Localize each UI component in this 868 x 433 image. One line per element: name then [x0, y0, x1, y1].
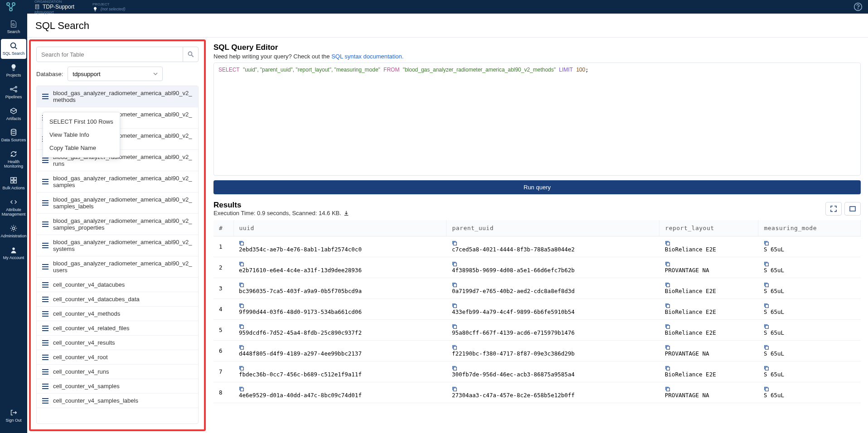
table-row: 2e2b71610-e6e4-4c4e-a31f-13d9dee289364f3…	[213, 257, 861, 278]
list-icon	[42, 383, 48, 390]
context-menu-item[interactable]: View Table Info	[43, 128, 120, 141]
copy-icon[interactable]	[452, 386, 457, 392]
table-row[interactable]: cell_counter_v4_datacubes_data	[37, 292, 198, 307]
copy-icon[interactable]	[452, 324, 457, 329]
expand-button[interactable]	[825, 202, 842, 216]
copy-icon[interactable]	[452, 303, 457, 308]
copy-icon[interactable]	[665, 303, 670, 308]
copy-icon[interactable]	[665, 241, 670, 246]
table-row[interactable]: cell_counter_v4_related_files	[37, 321, 198, 336]
sidebar-item-search[interactable]: Search	[1, 17, 26, 37]
copy-icon[interactable]	[665, 345, 670, 350]
copy-icon[interactable]	[452, 366, 457, 371]
svg-rect-53	[453, 388, 456, 391]
sidebar-item-data-sources[interactable]: Data Sources	[1, 125, 26, 145]
copy-icon[interactable]	[764, 345, 769, 350]
user-icon	[10, 246, 18, 254]
copy-icon[interactable]	[665, 324, 670, 329]
sidebar-item-signout[interactable]: Sign Out	[1, 406, 26, 426]
context-menu-item[interactable]: Copy Table Name	[43, 141, 120, 154]
table-row[interactable]: cell_counter_v4_root	[37, 350, 198, 365]
list-icon	[42, 93, 48, 100]
copy-icon[interactable]	[764, 303, 769, 308]
table-row[interactable]: blood_gas_analyzer_radiometer_america_ab…	[37, 171, 198, 192]
editor-title: SQL Query Editor	[213, 43, 861, 52]
copy-icon[interactable]	[239, 345, 244, 350]
search-button[interactable]	[183, 47, 198, 62]
copy-icon[interactable]	[452, 282, 457, 288]
fullscreen-button[interactable]	[844, 202, 861, 216]
fullscreen-icon	[849, 205, 856, 212]
help-link[interactable]: SQL syntax documentation.	[331, 53, 403, 60]
list-icon	[42, 242, 48, 249]
copy-icon[interactable]	[665, 282, 670, 288]
table-search-input[interactable]	[37, 47, 183, 62]
table-name: blood_gas_analyzer_radiometer_america_ab…	[53, 217, 193, 231]
svg-rect-39	[765, 304, 768, 308]
database-select[interactable]: tdpsupport	[68, 67, 163, 81]
page-title: SQL Search	[27, 14, 868, 38]
column-header: parent_uuid	[446, 220, 659, 236]
copy-icon[interactable]	[764, 261, 769, 267]
sidebar-item-admin[interactable]: Administration	[1, 221, 26, 241]
sidebar-item-bulk[interactable]: Bulk Actions	[1, 173, 26, 193]
copy-icon[interactable]	[239, 241, 244, 246]
svg-rect-43	[765, 325, 768, 328]
copy-icon[interactable]	[665, 261, 670, 267]
org-selector[interactable]: ORGANIZATION TDP-Support tdpsupport	[34, 0, 74, 14]
copy-icon[interactable]	[764, 386, 769, 392]
sidebar-item-sql-search[interactable]: SQL Search	[1, 39, 26, 59]
svg-rect-55	[765, 388, 768, 391]
table-row[interactable]: cell_counter_v4_methods	[37, 307, 198, 321]
context-menu-item[interactable]: SELECT First 100 Rows	[43, 115, 120, 128]
copy-icon[interactable]	[239, 282, 244, 288]
copy-icon[interactable]	[239, 303, 244, 308]
sidebar-item-account[interactable]: My Account	[1, 243, 26, 263]
table-row[interactable]: cell_counter_v4_results	[37, 336, 198, 350]
gear-icon	[10, 224, 18, 232]
copy-icon[interactable]	[665, 366, 670, 371]
copy-icon[interactable]	[665, 386, 670, 392]
copy-icon[interactable]	[764, 282, 769, 288]
sidebar-item-health[interactable]: Health Monitoring	[1, 147, 26, 172]
svg-rect-30	[666, 263, 669, 266]
copy-icon[interactable]	[452, 241, 457, 246]
table-row[interactable]: blood_gas_analyzer_radiometer_america_ab…	[37, 192, 198, 214]
table-name: blood_gas_analyzer_radiometer_america_ab…	[53, 196, 193, 210]
copy-icon[interactable]	[764, 241, 769, 246]
project-selector[interactable]: PROJECT (not selected)	[92, 2, 126, 12]
copy-icon[interactable]	[239, 386, 244, 392]
table-row[interactable]: cell_counter_v4_samples_labels	[37, 394, 198, 408]
sidebar-item-projects[interactable]: Projects	[1, 61, 26, 81]
copy-icon[interactable]	[239, 366, 244, 371]
table-row: 5959dcdf6-7d52-45a4-8fdb-25c890c937f295a…	[213, 320, 861, 341]
table-row[interactable]: cell_counter_v4_runs	[37, 365, 198, 379]
table-row[interactable]: blood_gas_analyzer_radiometer_america_ab…	[37, 256, 198, 278]
sidebar-item-artifacts[interactable]: Artifacts	[1, 104, 26, 124]
copy-icon[interactable]	[239, 324, 244, 329]
svg-rect-41	[453, 325, 456, 328]
download-icon[interactable]	[343, 210, 349, 216]
table-row[interactable]: blood_gas_analyzer_radiometer_america_ab…	[37, 235, 198, 256]
svg-rect-25	[453, 242, 456, 245]
svg-rect-24	[240, 242, 243, 245]
sidebar-item-pipelines[interactable]: Pipelines	[1, 82, 26, 102]
run-query-button[interactable]: Run query	[213, 180, 861, 194]
copy-icon[interactable]	[452, 345, 457, 350]
signout-icon	[10, 409, 18, 417]
copy-icon[interactable]	[764, 366, 769, 371]
copy-icon[interactable]	[764, 324, 769, 329]
list-icon	[42, 369, 48, 375]
sidebar-item-attribute[interactable]: Attribute Management	[1, 195, 26, 220]
help-icon[interactable]	[853, 2, 863, 11]
table-row[interactable]: blood_gas_analyzer_radiometer_america_ab…	[37, 214, 198, 235]
sql-editor[interactable]: SELECT "uuid", "parent_uuid", "report_la…	[213, 63, 861, 176]
list-icon	[42, 221, 48, 227]
table-row[interactable]: blood_gas_analyzer_radiometer_america_ab…	[37, 86, 198, 107]
copy-icon[interactable]	[452, 261, 457, 267]
svg-rect-47	[765, 346, 768, 349]
table-row[interactable]: cell_counter_v4_datacubes	[37, 278, 198, 292]
logo-icon	[5, 1, 16, 12]
table-row[interactable]: cell_counter_v4_samples	[37, 379, 198, 394]
copy-icon[interactable]	[239, 261, 244, 267]
